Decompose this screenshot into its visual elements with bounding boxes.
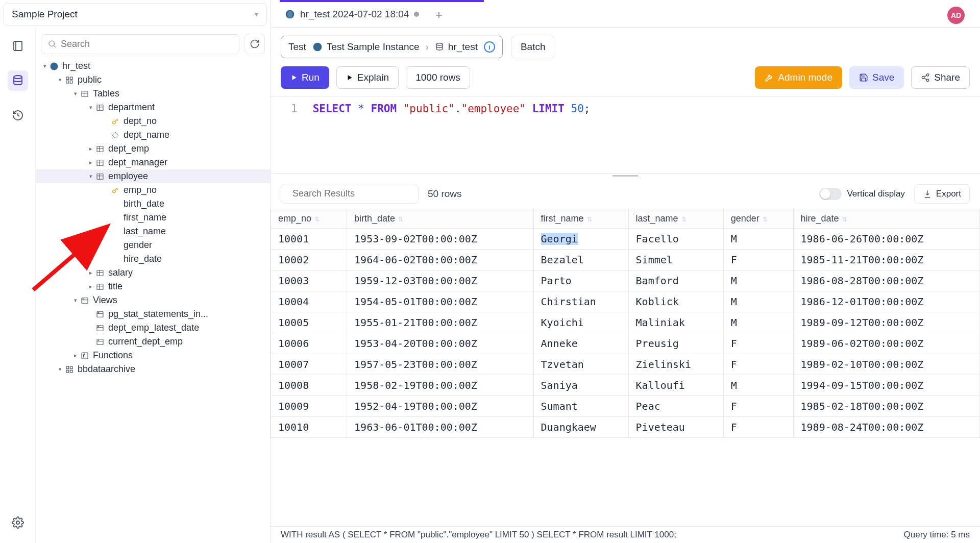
run-button[interactable]: Run <box>281 66 329 89</box>
cell[interactable]: Georgi <box>533 229 628 250</box>
tree-column-gender[interactable]: gender <box>36 238 270 252</box>
col-gender[interactable]: gender⇅ <box>723 209 793 229</box>
cell[interactable]: Facello <box>628 229 723 250</box>
cell[interactable]: 1954-05-01T00:00:00Z <box>347 291 533 312</box>
tab-add[interactable]: + <box>435 9 442 22</box>
cell[interactable]: Kalloufi <box>628 375 723 396</box>
tree-schema[interactable]: ▾public <box>36 73 270 87</box>
cell[interactable]: 10006 <box>271 333 347 354</box>
col-hire_date[interactable]: hire_date⇅ <box>793 209 979 229</box>
cell[interactable]: M <box>723 312 793 333</box>
results-table[interactable]: emp_no⇅birth_date⇅first_name⇅last_name⇅g… <box>271 209 980 438</box>
cell[interactable]: Sumant <box>533 396 628 417</box>
tree-column-birth_date[interactable]: birth_date <box>36 197 270 211</box>
cell[interactable]: 1989-02-10T00:00:00Z <box>793 354 979 375</box>
refresh-button[interactable] <box>244 34 265 54</box>
cell[interactable]: 10003 <box>271 270 347 291</box>
cell[interactable]: Peac <box>628 396 723 417</box>
tree-view[interactable]: dept_emp_latest_date <box>36 321 270 335</box>
avatar[interactable]: AD <box>947 7 965 24</box>
cell[interactable]: 10002 <box>271 250 347 270</box>
cell[interactable]: 1958-02-19T00:00:00Z <box>347 375 533 396</box>
export-button[interactable]: Export <box>914 184 970 204</box>
tree-view[interactable]: pg_stat_statements_in... <box>36 307 270 321</box>
table-row[interactable]: 100031959-12-03T00:00:00ZPartoBamfordM19… <box>271 270 980 291</box>
cell[interactable]: Chirstian <box>533 291 628 312</box>
project-selector[interactable]: Sample Project ▾ <box>3 3 267 26</box>
tree-search[interactable] <box>41 34 239 54</box>
breadcrumb-env[interactable]: Test <box>288 41 306 53</box>
results-search-input[interactable] <box>292 188 411 199</box>
tree-column-last_name[interactable]: last_name <box>36 225 270 238</box>
cell[interactable]: M <box>723 229 793 250</box>
col-birth_date[interactable]: birth_date⇅ <box>347 209 533 229</box>
tree-functions[interactable]: ▸fFunctions <box>36 349 270 362</box>
cell[interactable]: Bezalel <box>533 250 628 270</box>
cell[interactable]: Preusig <box>628 333 723 354</box>
cell[interactable]: Piveteau <box>628 417 723 438</box>
cell[interactable]: 1952-04-19T00:00:00Z <box>347 396 533 417</box>
share-button[interactable]: Share <box>911 66 970 89</box>
cell[interactable]: Maliniak <box>628 312 723 333</box>
tree-column-first_name[interactable]: first_name <box>36 211 270 225</box>
info-icon[interactable]: i <box>484 41 495 53</box>
cell[interactable]: 1963-06-01T00:00:00Z <box>347 417 533 438</box>
table-row[interactable]: 100041954-05-01T00:00:00ZChirstianKoblic… <box>271 291 980 312</box>
cell[interactable]: 1986-08-28T00:00:00Z <box>793 270 979 291</box>
tree-column-hire_date[interactable]: hire_date <box>36 252 270 266</box>
admin-mode-button[interactable]: Admin mode <box>755 66 842 89</box>
save-button[interactable]: Save <box>849 66 904 89</box>
tree-table-dept_manager[interactable]: ▸dept_manager <box>36 156 270 169</box>
tree-column-emp_no[interactable]: emp_no <box>36 183 270 197</box>
cell[interactable]: Simmel <box>628 250 723 270</box>
cell[interactable]: F <box>723 396 793 417</box>
cell[interactable]: 1985-02-18T00:00:00Z <box>793 396 979 417</box>
cell[interactable]: 1953-04-20T00:00:00Z <box>347 333 533 354</box>
table-row[interactable]: 100101963-06-01T00:00:00ZDuangkaewPivete… <box>271 417 980 438</box>
cell[interactable]: 1957-05-23T00:00:00Z <box>347 354 533 375</box>
rail-history-icon[interactable] <box>8 105 28 126</box>
cell[interactable]: M <box>723 270 793 291</box>
breadcrumb-db[interactable]: hr_test <box>435 41 478 53</box>
tree-search-input[interactable] <box>61 39 233 50</box>
breadcrumb-instance[interactable]: Test Sample Instance <box>312 41 420 53</box>
tree-table-department[interactable]: ▾department <box>36 101 270 114</box>
col-first_name[interactable]: first_name⇅ <box>533 209 628 229</box>
vertical-display-toggle[interactable] <box>819 188 842 200</box>
cell[interactable]: F <box>723 354 793 375</box>
tree-table-employee[interactable]: ▾employee <box>36 169 270 183</box>
cell[interactable]: Zielinski <box>628 354 723 375</box>
cell[interactable]: 1986-12-01T00:00:00Z <box>793 291 979 312</box>
sql-editor[interactable]: 1 SELECT * FROM "public"."employee" LIMI… <box>271 96 980 173</box>
rail-project-icon[interactable] <box>8 36 28 56</box>
table-row[interactable]: 100051955-01-21T00:00:00ZKyoichiMaliniak… <box>271 312 980 333</box>
cell[interactable]: 10008 <box>271 375 347 396</box>
editor-tab[interactable]: hr_test 2024-07-02 18:04 <box>281 5 426 26</box>
cell[interactable]: Tzvetan <box>533 354 628 375</box>
tree-column-dept_name[interactable]: dept_name <box>36 128 270 142</box>
cell[interactable]: Koblick <box>628 291 723 312</box>
col-emp_no[interactable]: emp_no⇅ <box>271 209 347 229</box>
cell[interactable]: F <box>723 333 793 354</box>
cell[interactable]: Parto <box>533 270 628 291</box>
cell[interactable]: 10009 <box>271 396 347 417</box>
tree-table-dept_emp[interactable]: ▸dept_emp <box>36 142 270 156</box>
breadcrumb[interactable]: Test Test Sample Instance › hr_test i <box>281 36 503 58</box>
batch-button[interactable]: Batch <box>511 36 555 58</box>
cell[interactable]: 10005 <box>271 312 347 333</box>
cell[interactable]: 1959-12-03T00:00:00Z <box>347 270 533 291</box>
tree-view[interactable]: current_dept_emp <box>36 335 270 349</box>
cell[interactable]: 1994-09-15T00:00:00Z <box>793 375 979 396</box>
cell[interactable]: Anneke <box>533 333 628 354</box>
cell[interactable]: F <box>723 250 793 270</box>
table-row[interactable]: 100091952-04-19T00:00:00ZSumantPeacF1985… <box>271 396 980 417</box>
tree-views[interactable]: ▾Views <box>36 293 270 307</box>
cell[interactable]: Saniya <box>533 375 628 396</box>
cell[interactable]: Kyoichi <box>533 312 628 333</box>
tree-table-title[interactable]: ▸title <box>36 280 270 293</box>
tree-empty[interactable] <box>36 376 270 379</box>
table-row[interactable]: 100081958-02-19T00:00:00ZSaniyaKalloufiM… <box>271 375 980 396</box>
cell[interactable]: F <box>723 417 793 438</box>
results-drag-handle[interactable] <box>271 174 980 179</box>
tree-database[interactable]: ▾hr_test <box>36 59 270 73</box>
